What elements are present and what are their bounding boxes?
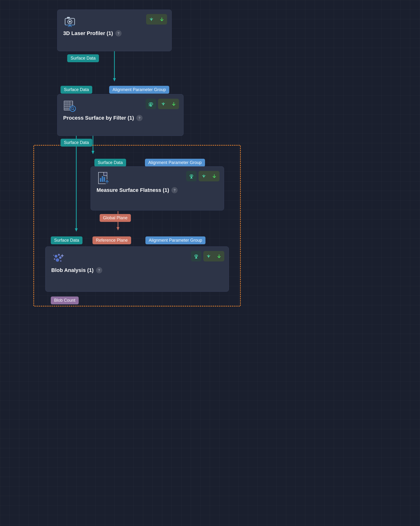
svg-point-48	[195, 257, 197, 258]
chevron-down-icon-filter	[161, 101, 166, 107]
eye-icon-filter	[148, 101, 154, 107]
ctrl-group-flatness	[199, 171, 220, 181]
node-blob-analysis[interactable]: Blob Analysis (1) ?	[45, 246, 229, 292]
port-alignment-group-3: Alignment Parameter Group	[145, 236, 205, 244]
arrow-down-icon-filter	[171, 101, 176, 107]
blob-title-text: Blob Analysis (1)	[51, 267, 94, 273]
svg-point-54	[54, 258, 55, 260]
laser-title: 3D Laser Profiler (1) ?	[63, 30, 166, 36]
svg-rect-13	[67, 17, 70, 18]
laser-help-badge[interactable]: ?	[115, 30, 122, 36]
node-process-surface-filter[interactable]: Process Surface by Filter (1) ?	[57, 94, 184, 136]
eye-btn-filter[interactable]	[146, 99, 156, 109]
svg-marker-1	[113, 78, 116, 81]
camera-svg	[63, 15, 77, 28]
chevron-down-icon	[149, 17, 154, 22]
port-surface-data-1: Surface Data	[67, 54, 99, 62]
filter-svg	[63, 99, 77, 112]
eye-btn-flatness[interactable]	[186, 171, 197, 181]
port-alignment-group-1: Alignment Parameter Group	[109, 86, 169, 94]
blob-title: Blob Analysis (1) ?	[51, 267, 223, 273]
laser-icon	[63, 15, 77, 28]
chevron-down-btn-flatness[interactable]	[199, 171, 209, 181]
svg-point-57	[53, 255, 54, 256]
svg-point-53	[59, 256, 61, 259]
svg-rect-42	[102, 176, 103, 182]
arrow-down-btn-laser[interactable]	[157, 14, 167, 25]
filter-help-badge[interactable]: ?	[136, 115, 143, 121]
svg-point-56	[60, 260, 61, 262]
filter-title: Process Surface by Filter (1) ?	[63, 115, 178, 121]
arrow-down-btn-flatness[interactable]	[209, 171, 220, 181]
node-measure-flatness[interactable]: Measure Surface Flatness (1) ?	[91, 166, 224, 211]
canvas: 3D Laser Profiler (1) ? Surface Data Sur…	[0, 0, 420, 526]
blob-svg	[51, 252, 65, 265]
port-reference-plane: Reference Plane	[92, 236, 131, 244]
flatness-svg	[97, 171, 110, 185]
eye-person-icon-blob	[194, 253, 199, 259]
svg-marker-40	[104, 172, 107, 176]
arrow-down-icon-blob	[216, 253, 222, 259]
svg-point-51	[55, 255, 57, 258]
port-surface-data-2: Surface Data	[61, 86, 92, 94]
arrow-down-btn-filter[interactable]	[169, 99, 179, 109]
port-blob-count: Blob Count	[51, 296, 79, 304]
svg-point-47	[196, 255, 197, 256]
node-blob-controls	[191, 251, 224, 262]
svg-point-35	[191, 175, 192, 176]
chevron-down-btn-laser[interactable]	[146, 14, 157, 25]
arrow-down-btn-blob[interactable]	[214, 251, 224, 262]
svg-marker-3	[92, 151, 94, 154]
svg-rect-41	[100, 178, 101, 182]
port-surface-data-4: Surface Data	[94, 159, 126, 167]
ctrl-group-filter	[158, 99, 179, 109]
port-surface-data-5: Surface Data	[51, 236, 82, 244]
filter-icon	[63, 99, 77, 112]
svg-marker-7	[75, 228, 78, 232]
eye-person-icon	[189, 173, 194, 179]
ctrl-group-laser	[146, 14, 167, 25]
eye-btn-blob[interactable]	[191, 251, 201, 262]
chevron-down-btn-filter[interactable]	[158, 99, 169, 109]
filter-title-text: Process Surface by Filter (1)	[63, 115, 134, 121]
node-flatness-controls	[186, 171, 220, 181]
svg-point-36	[191, 177, 192, 178]
flatness-title-text: Measure Surface Flatness (1)	[97, 187, 169, 193]
chevron-down-btn-blob[interactable]	[203, 251, 214, 262]
chevron-down-icon-flatness	[201, 173, 206, 179]
arrow-down-icon-flatness	[212, 173, 217, 179]
flatness-help-badge[interactable]: ?	[171, 187, 178, 193]
svg-point-12	[69, 21, 71, 23]
blob-icon	[51, 252, 65, 265]
port-surface-data-3: Surface Data	[61, 139, 92, 147]
ctrl-group-blob	[203, 251, 224, 262]
port-alignment-group-2: Alignment Parameter Group	[145, 159, 205, 167]
arrow-down-icon	[159, 17, 164, 22]
svg-point-55	[56, 258, 59, 262]
svg-marker-5	[117, 227, 119, 231]
flatness-title: Measure Surface Flatness (1) ?	[97, 187, 218, 193]
laser-title-text: 3D Laser Profiler (1)	[63, 30, 113, 36]
node-filter-controls	[146, 99, 179, 109]
chevron-down-icon-blob	[206, 253, 211, 259]
node-laser-profiler[interactable]: 3D Laser Profiler (1) ?	[57, 10, 172, 51]
port-global-plane: Global Plane	[100, 214, 131, 222]
blob-help-badge[interactable]: ?	[96, 267, 102, 273]
svg-point-52	[58, 254, 60, 256]
flatness-icon	[97, 171, 110, 185]
node-laser-controls	[146, 14, 167, 25]
